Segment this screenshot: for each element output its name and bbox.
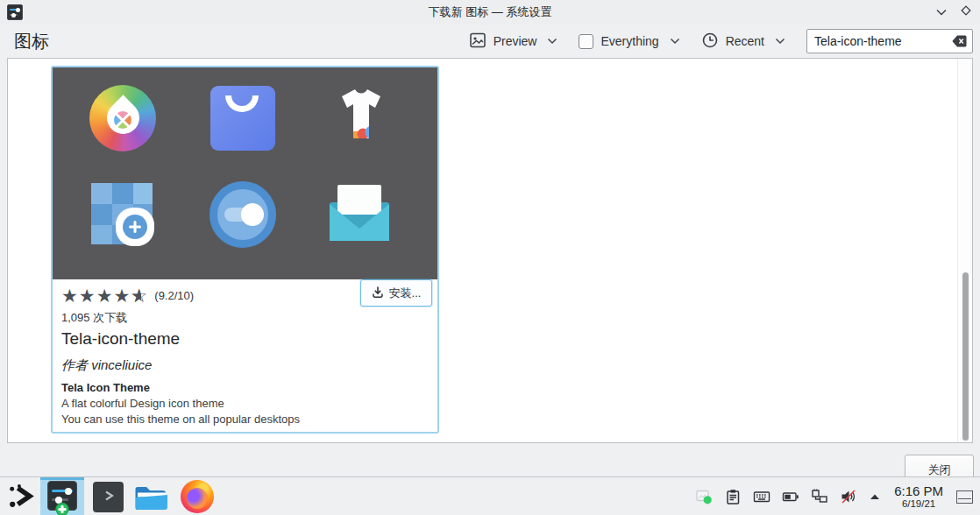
color-wheel-icon xyxy=(89,85,156,152)
plus-badge-icon xyxy=(56,503,69,515)
vertical-scrollbar xyxy=(957,59,972,442)
show-desktop-button[interactable] xyxy=(956,490,973,504)
clear-search-icon[interactable] xyxy=(952,34,968,48)
minimize-button[interactable] xyxy=(934,5,948,19)
image-preview-icon xyxy=(469,32,486,52)
chevron-down-icon xyxy=(775,38,785,45)
app-store-bag-icon xyxy=(209,85,276,152)
firefox-icon xyxy=(187,488,208,509)
scrollbar-thumb[interactable] xyxy=(962,272,969,441)
media-status-icon[interactable] xyxy=(695,488,713,505)
toggle-dial-icon xyxy=(209,181,276,248)
icon-grid-add-icon xyxy=(89,181,156,248)
maximize-button[interactable] xyxy=(959,5,973,19)
download-icon xyxy=(372,286,384,301)
chevron-down-icon xyxy=(670,38,680,45)
theme-summary-line2: You can use this theme on all popular de… xyxy=(61,413,300,426)
install-button-label: 安装... xyxy=(389,286,422,301)
desktop: 下载新 图标 — 系统设置 图标 Preview xyxy=(0,0,980,515)
folder-icon xyxy=(135,499,168,514)
terminal-prompt-icon xyxy=(103,490,115,505)
clock-widget[interactable]: 6:16 PM 6/19/21 xyxy=(894,484,943,509)
theme-summary-line1: A flat colorful Design icon theme xyxy=(61,397,224,410)
taskbar-task-system-settings[interactable] xyxy=(40,477,84,515)
preview-dropdown-label: Preview xyxy=(494,34,537,48)
rating-value: (9.2/10) xyxy=(154,289,194,302)
window-titlebar[interactable]: 下载新 图标 — 系统设置 xyxy=(0,0,980,25)
taskbar-task-firefox[interactable] xyxy=(181,480,214,513)
app-launcher-button[interactable] xyxy=(6,482,35,511)
sort-order-dropdown[interactable]: Recent xyxy=(701,32,785,52)
clock-time: 6:16 PM xyxy=(894,484,943,498)
theme-author: 作者 vinceliuice xyxy=(61,357,152,374)
taskbar-panel: 6:16 PM 6/19/21 xyxy=(0,476,980,515)
kickoff-arrow-icon xyxy=(6,498,35,513)
download-count: 1,095 次下载 xyxy=(61,310,127,326)
clipboard-icon[interactable] xyxy=(724,488,742,505)
expand-tray-caret-icon[interactable] xyxy=(869,492,881,501)
battery-icon[interactable] xyxy=(782,488,799,505)
install-button[interactable]: 安装... xyxy=(360,279,432,307)
taskbar-task-konsole[interactable] xyxy=(93,482,124,512)
chevron-down-icon xyxy=(935,4,948,20)
category-filter-dropdown[interactable]: Everything xyxy=(579,34,679,49)
theme-summary-title: Tela Icon Theme xyxy=(61,381,150,394)
search-field[interactable] xyxy=(806,29,973,53)
rating-row: ★★★★★☆ (9.2/10) xyxy=(61,284,194,307)
category-dropdown-label: Everything xyxy=(600,34,658,48)
theme-preview-image xyxy=(53,67,437,279)
diamond-maximize-icon xyxy=(960,4,972,20)
taskbar-task-file-manager[interactable] xyxy=(135,482,168,511)
clock-date: 6/19/21 xyxy=(894,498,943,509)
mail-envelope-icon xyxy=(324,183,391,250)
chevron-down-icon xyxy=(547,38,557,45)
search-input[interactable] xyxy=(814,30,937,53)
system-tray: 6:16 PM 6/19/21 xyxy=(695,477,973,515)
dialog-header: 图标 Preview Everything xyxy=(0,25,980,58)
active-task-indicator xyxy=(40,477,84,480)
keyboard-icon[interactable] xyxy=(753,488,771,505)
wired-network-icon[interactable] xyxy=(811,488,828,505)
results-list: ★★★★★☆ (9.2/10) 安装... 1,095 次下载 Tela-ico… xyxy=(7,58,973,443)
preview-mode-dropdown[interactable]: Preview xyxy=(469,32,558,52)
clock-icon xyxy=(701,32,719,52)
window-title: 下载新 图标 — 系统设置 xyxy=(0,0,980,25)
star-rating: ★★★★★☆ xyxy=(61,286,149,305)
sort-dropdown-label: Recent xyxy=(726,34,764,48)
page-title: 图标 xyxy=(14,30,49,53)
t-shirt-icon xyxy=(326,82,393,149)
desktop-peek-icon xyxy=(958,498,971,502)
volume-muted-icon[interactable] xyxy=(840,488,857,505)
checkbox-icon xyxy=(579,34,593,49)
theme-name: Tela-icon-theme xyxy=(61,329,180,349)
entry-card-tela-icon-theme[interactable]: ★★★★★☆ (9.2/10) 安装... 1,095 次下载 Tela-ico… xyxy=(51,66,439,434)
